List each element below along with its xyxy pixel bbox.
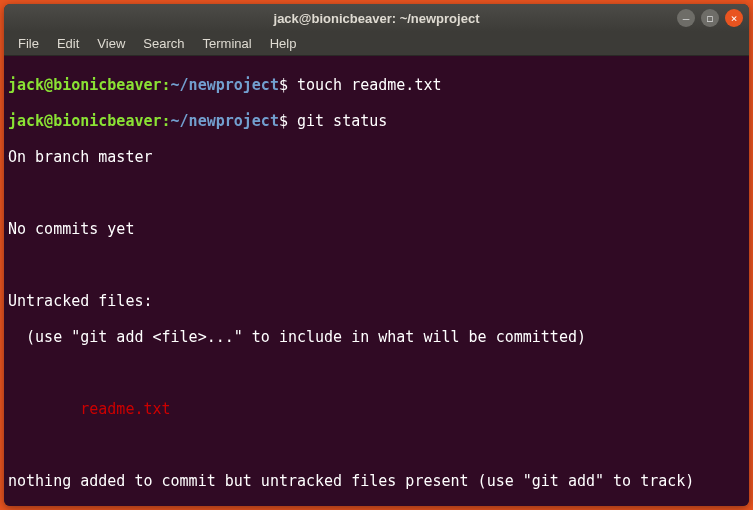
blank-line (8, 364, 745, 382)
blank-line (8, 436, 745, 454)
output-line: On branch master (8, 148, 745, 166)
prompt-symbol: $ (279, 112, 288, 130)
window-title: jack@bionicbeaver: ~/newproject (12, 11, 741, 26)
prompt-path: ~/newproject (171, 76, 279, 94)
output-line: No commits yet (8, 220, 745, 238)
close-button[interactable]: × (725, 9, 743, 27)
window-controls: – ◻ × (677, 9, 743, 27)
blank-line (8, 184, 745, 202)
menu-view[interactable]: View (89, 34, 133, 53)
menubar: File Edit View Search Terminal Help (4, 32, 749, 56)
prompt-userhost: jack@bionicbeaver (8, 76, 162, 94)
output-line: nothing added to commit but untracked fi… (8, 472, 745, 490)
command-text: git status (288, 112, 387, 130)
command-text: touch readme.txt (288, 76, 442, 94)
terminal-window: jack@bionicbeaver: ~/newproject – ◻ × Fi… (4, 4, 749, 506)
menu-search[interactable]: Search (135, 34, 192, 53)
menu-terminal[interactable]: Terminal (195, 34, 260, 53)
prompt-colon: : (162, 76, 171, 94)
minimize-button[interactable]: – (677, 9, 695, 27)
prompt-path: ~/newproject (171, 112, 279, 130)
blank-line (8, 256, 745, 274)
menu-help[interactable]: Help (262, 34, 305, 53)
titlebar[interactable]: jack@bionicbeaver: ~/newproject – ◻ × (4, 4, 749, 32)
menu-file[interactable]: File (10, 34, 47, 53)
prompt-colon: : (162, 112, 171, 130)
maximize-button[interactable]: ◻ (701, 9, 719, 27)
untracked-file: readme.txt (8, 400, 745, 418)
output-line: (use "git add <file>..." to include in w… (8, 328, 745, 346)
menu-edit[interactable]: Edit (49, 34, 87, 53)
terminal-line: jack@bionicbeaver:~/newproject$ git stat… (8, 112, 745, 130)
terminal-area[interactable]: jack@bionicbeaver:~/newproject$ touch re… (4, 56, 749, 506)
output-line: Untracked files: (8, 292, 745, 310)
terminal-line: jack@bionicbeaver:~/newproject$ touch re… (8, 76, 745, 94)
prompt-userhost: jack@bionicbeaver (8, 112, 162, 130)
prompt-symbol: $ (279, 76, 288, 94)
